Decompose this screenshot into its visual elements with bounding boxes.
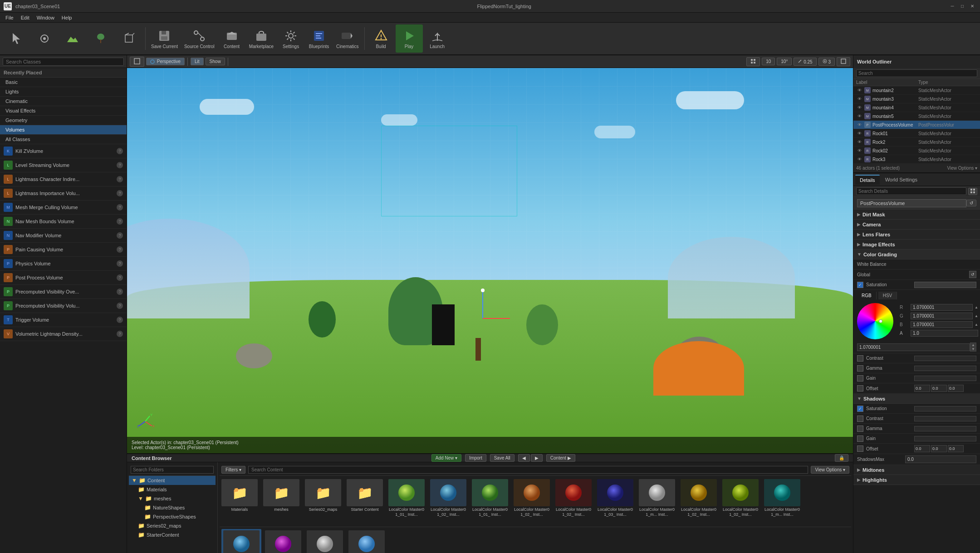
folder-meshes[interactable]: ▼ 📁 meshes bbox=[129, 494, 216, 503]
outliner-row-mountain4[interactable]: 👁 M mountain4 StaticMeshActor bbox=[853, 103, 980, 112]
vis-ppvolume[interactable]: 👁 bbox=[856, 122, 862, 128]
menu-edit[interactable]: Edit bbox=[17, 14, 33, 21]
viewport-3d[interactable]: X Y Z Selected Actor(s) in: chapter03_Sc… bbox=[127, 68, 853, 453]
menu-file[interactable]: File bbox=[2, 14, 17, 21]
offset-x-input[interactable] bbox=[914, 385, 930, 392]
class-help-volumetric[interactable]: ? bbox=[117, 331, 123, 337]
search-classes-input[interactable] bbox=[3, 58, 124, 66]
outliner-row-rock3[interactable]: 👁 R Rock3 StaticMeshActor bbox=[853, 155, 980, 163]
viewport-transform-icon[interactable] bbox=[130, 57, 144, 67]
section-highlights[interactable]: ▶ Highlights bbox=[853, 475, 980, 485]
vis-rock3[interactable]: 👁 bbox=[856, 156, 862, 162]
global-reset-btn[interactable]: ↺ bbox=[969, 271, 976, 278]
class-help-trigger[interactable]: ? bbox=[117, 317, 123, 323]
shadows-contrast-checkbox[interactable] bbox=[857, 416, 863, 422]
viewport-camera-speed-btn[interactable]: 3 bbox=[818, 58, 835, 66]
class-item-levelstreaming[interactable]: L Level Streaming Volume ? bbox=[0, 158, 127, 172]
asset-mat2[interactable]: LocalColor Master01_02_ Inst... bbox=[428, 478, 468, 527]
tab-details[interactable]: Details bbox=[855, 175, 880, 185]
blueprints-button[interactable]: Blueprints bbox=[305, 24, 333, 53]
save-current-button[interactable]: Save Current bbox=[148, 24, 181, 53]
folder-series02maps[interactable]: 📁 Series02_maps bbox=[129, 521, 216, 530]
asset-mat8[interactable]: LocalColor Master01_02_ Inst... bbox=[679, 478, 719, 527]
viewport-lit-btn[interactable]: Lit bbox=[191, 58, 204, 65]
saturation-value-input[interactable] bbox=[857, 343, 970, 351]
asset-row2-3[interactable] bbox=[305, 529, 345, 553]
outliner-row-mountain2[interactable]: 👁 M mountain2 StaticMeshActor bbox=[853, 86, 980, 95]
settings-button[interactable]: Settings bbox=[277, 24, 304, 53]
vis-mountain5[interactable]: 👁 bbox=[856, 113, 862, 119]
class-help-navmodifier[interactable]: ? bbox=[117, 232, 123, 239]
class-item-lightmassimp[interactable]: L Lightmass Importance Volu... ? bbox=[0, 186, 127, 201]
asset-meshes-folder[interactable]: 📁 meshes bbox=[261, 478, 301, 527]
shadows-offset-checkbox[interactable] bbox=[857, 445, 863, 452]
section-dirtmask[interactable]: ▶ Dirt Mask bbox=[853, 210, 980, 220]
mode-geometry-button[interactable] bbox=[115, 24, 142, 53]
outliner-row-rock01[interactable]: 👁 R Rock01 StaticMeshActor bbox=[853, 129, 980, 138]
section-imageeffects[interactable]: ▶ Image Effects bbox=[853, 240, 980, 250]
gain-checkbox[interactable] bbox=[857, 375, 863, 382]
search-folders-input[interactable] bbox=[131, 466, 214, 474]
class-item-navmesh[interactable]: N Nav Mesh Bounds Volume ? bbox=[0, 215, 127, 229]
outliner-search-input[interactable] bbox=[856, 69, 977, 77]
shadows-offset-x[interactable] bbox=[914, 445, 930, 452]
asset-mat3[interactable]: LocalColor Master01_01_ Inst... bbox=[470, 478, 510, 527]
vis-rock02[interactable]: 👁 bbox=[856, 147, 862, 154]
shadows-gain-checkbox[interactable] bbox=[857, 436, 863, 442]
content-path[interactable]: Content ▶ bbox=[546, 454, 575, 462]
vis-mountain2[interactable]: 👁 bbox=[856, 87, 862, 93]
mode-foliage-button[interactable] bbox=[87, 24, 114, 53]
folder-perspectiveshapes[interactable]: 📁 PerspectiveShapes bbox=[129, 512, 216, 521]
source-control-button[interactable]: Source Control bbox=[181, 24, 217, 53]
vis-rock2[interactable]: 👁 bbox=[856, 139, 862, 145]
asset-mat9[interactable]: LocalColor Master01_02_ Inst... bbox=[720, 478, 760, 527]
view-options-button[interactable]: View Options ▾ bbox=[811, 466, 849, 474]
class-help-levelstreaming[interactable]: ? bbox=[117, 162, 123, 168]
b-value-input[interactable] bbox=[911, 321, 973, 328]
asset-mat6[interactable]: LocalColor Master01_03_ Inst... bbox=[595, 478, 635, 527]
mode-paint-button[interactable] bbox=[31, 24, 58, 53]
b-arrow-up[interactable]: ▲ bbox=[975, 323, 978, 327]
nav-lights[interactable]: Lights bbox=[0, 87, 127, 97]
nav-visual-effects[interactable]: Visual Effects bbox=[0, 106, 127, 116]
section-shadows[interactable]: ▼ Shadows bbox=[853, 394, 980, 404]
asset-row2-1[interactable] bbox=[221, 529, 261, 553]
menu-window[interactable]: Window bbox=[33, 14, 58, 21]
play-button[interactable]: Play bbox=[396, 24, 423, 53]
outliner-row-mountain5[interactable]: 👁 M mountain5 StaticMeshActor bbox=[853, 112, 980, 121]
viewport-perspective-btn[interactable]: Perspective bbox=[146, 58, 185, 65]
asset-row2-4[interactable] bbox=[347, 529, 387, 553]
section-lensflares[interactable]: ▶ Lens Flares bbox=[853, 230, 980, 240]
r-arrow-up[interactable]: ▲ bbox=[975, 305, 978, 309]
class-item-precomputed1[interactable]: P Precomputed Visibility Ove... ? bbox=[0, 285, 127, 299]
class-item-killzvolume[interactable]: K Kill ZVolume ? bbox=[0, 144, 127, 158]
menu-help[interactable]: Help bbox=[58, 14, 76, 21]
viewport-show-btn[interactable]: Show bbox=[206, 58, 225, 65]
class-help-killzvolume[interactable]: ? bbox=[117, 148, 123, 154]
folder-startercontent[interactable]: 📁 StarterContent bbox=[129, 530, 216, 539]
asset-starter-folder[interactable]: 📁 Starter Content bbox=[345, 478, 385, 527]
mode-select-button[interactable] bbox=[3, 24, 30, 53]
folder-natureshapes[interactable]: 📁 NatureShapes bbox=[129, 503, 216, 512]
offset-z-input[interactable] bbox=[948, 385, 964, 392]
content-button[interactable]: Content bbox=[218, 24, 245, 53]
minimize-button[interactable]: ─ bbox=[948, 2, 956, 10]
mode-landscape-button[interactable] bbox=[59, 24, 86, 53]
nav-geometry[interactable]: Geometry bbox=[0, 116, 127, 125]
class-help-lightmassimp[interactable]: ? bbox=[117, 190, 123, 196]
saturation-checkbox[interactable]: ✓ bbox=[857, 282, 863, 288]
outliner-row-ppvolume[interactable]: 👁 P PostProcessVolume PostProcessVolur bbox=[853, 121, 980, 129]
class-help-precomputed1[interactable]: ? bbox=[117, 289, 123, 295]
vis-mountain4[interactable]: 👁 bbox=[856, 104, 862, 111]
section-colorgrading[interactable]: ▼ Color Grading bbox=[853, 250, 980, 259]
g-value-input[interactable] bbox=[911, 313, 973, 319]
category-recently-placed[interactable]: Recently Placed bbox=[0, 68, 127, 78]
import-button[interactable]: Import bbox=[465, 454, 486, 462]
vis-rock01[interactable]: 👁 bbox=[856, 130, 862, 137]
saturation-value-arrows[interactable]: ▲▼ bbox=[970, 343, 976, 352]
nav-all-classes[interactable]: All Classes bbox=[0, 135, 127, 144]
asset-row2-2[interactable] bbox=[263, 529, 303, 553]
asset-mat1[interactable]: LocalColor Master01_01_ Inst... bbox=[387, 478, 426, 527]
gamma-checkbox[interactable] bbox=[857, 365, 863, 372]
tab-world-settings[interactable]: World Settings bbox=[881, 175, 922, 184]
